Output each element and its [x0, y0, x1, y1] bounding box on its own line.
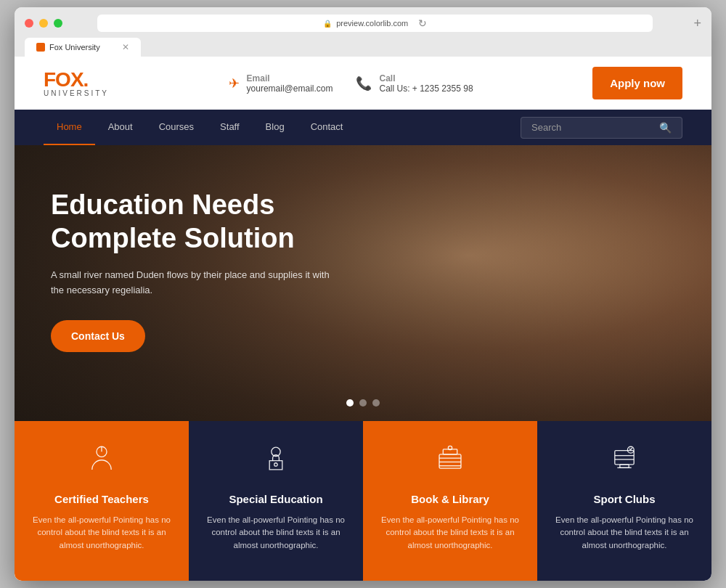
nav-links: Home About Courses Staff Blog Contact — [44, 110, 356, 145]
search-icon: 🔍 — [659, 122, 672, 134]
address-bar[interactable]: 🔒 preview.colorlib.com ↻ — [97, 15, 653, 32]
tab-favicon — [36, 43, 45, 52]
hero-dot-3[interactable] — [372, 399, 380, 407]
feature-title-2: Special Education — [229, 493, 322, 505]
address-text: preview.colorlib.com — [336, 19, 408, 28]
email-label: Email — [247, 73, 333, 83]
header-contacts: ✈ Email youremail@email.com 📞 Call Call … — [229, 73, 473, 94]
feature-certified-teachers: Certified Teachers Even the all-powerful… — [15, 421, 189, 581]
nav-about[interactable]: About — [95, 110, 146, 145]
nav-staff[interactable]: Staff — [207, 110, 253, 145]
header-top: FOX. UNIVERSITY ✈ Email youremail@email.… — [15, 57, 711, 110]
apply-now-button[interactable]: Apply now — [592, 67, 682, 99]
nav-home[interactable]: Home — [44, 110, 95, 145]
email-contact: ✈ Email youremail@email.com — [229, 73, 333, 94]
feature-desc-4: Even the all-powerful Pointing has no co… — [555, 514, 694, 552]
phone-icon: 📞 — [356, 75, 372, 91]
nav-blog[interactable]: Blog — [253, 110, 298, 145]
email-icon: ✈ — [229, 75, 240, 91]
close-dot[interactable] — [25, 19, 33, 28]
browser-chrome: 🔒 preview.colorlib.com ↻ + Fox Universit… — [15, 7, 711, 57]
logo-fox: FOX. — [44, 70, 109, 90]
sport-icon — [608, 443, 640, 481]
lock-icon: 🔒 — [323, 20, 332, 28]
nav-courses[interactable]: Courses — [146, 110, 207, 145]
tab-close-button[interactable]: ✕ — [122, 42, 129, 52]
browser-tab[interactable]: Fox University ✕ — [25, 38, 141, 57]
hero-title: Education Needs Complete Solution — [51, 189, 356, 255]
hero-content: Education Needs Complete Solution A smal… — [15, 145, 392, 396]
teacher-icon — [86, 443, 118, 481]
tab-label: Fox University — [49, 43, 100, 52]
call-label: Call — [379, 73, 473, 83]
hero-cta-button[interactable]: Contact Us — [51, 320, 145, 352]
minimize-dot[interactable] — [39, 19, 48, 28]
features-section: Certified Teachers Even the all-powerful… — [15, 421, 711, 581]
feature-sport-clubs: Sport Clubs Even the all-powerful Pointi… — [537, 421, 711, 581]
feature-title-4: Sport Clubs — [594, 493, 656, 505]
logo[interactable]: FOX. UNIVERSITY — [44, 70, 109, 97]
feature-desc-1: Even the all-powerful Pointing has no co… — [32, 514, 171, 552]
add-tab-button[interactable]: + — [693, 16, 701, 31]
feature-desc-2: Even the all-powerful Pointing has no co… — [206, 514, 346, 552]
feature-book-library: Book & Library Even the all-powerful Poi… — [363, 421, 537, 581]
hero-subtitle: A small river named Duden flows by their… — [51, 268, 341, 298]
navigation-bar: Home About Courses Staff Blog Contact 🔍 — [15, 110, 711, 145]
feature-title-1: Certified Teachers — [54, 493, 149, 505]
logo-university: UNIVERSITY — [44, 90, 109, 97]
reload-icon[interactable]: ↻ — [418, 17, 427, 29]
phone-contact: 📞 Call Call Us: + 1235 2355 98 — [356, 73, 473, 94]
hero-slider-dots — [346, 399, 380, 407]
feature-title-3: Book & Library — [411, 493, 489, 505]
library-icon — [434, 443, 466, 481]
feature-desc-3: Even the all-powerful Pointing has no co… — [380, 514, 520, 552]
hero-dot-1[interactable] — [346, 399, 354, 407]
feature-special-education: Special Education Even the all-powerful … — [189, 421, 363, 581]
browser-window: 🔒 preview.colorlib.com ↻ + Fox Universit… — [15, 7, 711, 581]
search-box[interactable]: 🔍 — [521, 117, 682, 139]
education-icon — [260, 443, 292, 481]
hero-section: Education Needs Complete Solution A smal… — [15, 145, 711, 421]
website-content: FOX. UNIVERSITY ✈ Email youremail@email.… — [15, 57, 711, 581]
nav-contact[interactable]: Contact — [298, 110, 356, 145]
hero-dot-2[interactable] — [359, 399, 367, 407]
call-value: Call Us: + 1235 2355 98 — [379, 83, 473, 94]
maximize-dot[interactable] — [54, 19, 62, 28]
email-value: youremail@email.com — [247, 83, 333, 94]
search-input[interactable] — [531, 122, 653, 133]
svg-point-3 — [274, 463, 277, 466]
